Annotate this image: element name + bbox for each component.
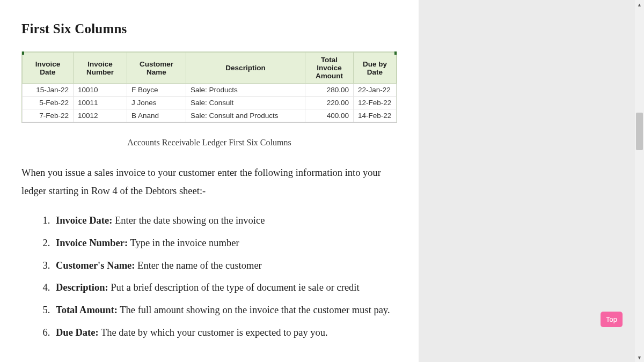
field-label: Customer's Name: xyxy=(56,260,135,271)
cell-due-date: 14-Feb-22 xyxy=(354,109,397,122)
intro-paragraph: When you issue a sales invoice to your c… xyxy=(21,164,397,200)
field-text: Enter the name of the customer xyxy=(135,260,261,271)
sidebar-area xyxy=(419,0,644,362)
cell-invoice-date: 7-Feb-22 xyxy=(23,109,74,122)
field-label: Due Date: xyxy=(56,327,99,338)
field-text: Enter the date showing on the invoice xyxy=(112,215,265,226)
cell-customer-name: F Boyce xyxy=(127,84,186,97)
th-invoice-date: Invoice Date xyxy=(23,53,74,84)
section-heading: First Six Columns xyxy=(21,21,397,36)
list-item: Invoice Number: Type in the invoice numb… xyxy=(53,235,397,251)
field-text: Put a brief description of the type of d… xyxy=(108,282,360,293)
cell-due-date: 12-Feb-22 xyxy=(354,97,397,109)
list-item: Due Date: The date by which your custome… xyxy=(53,325,397,341)
cell-invoice-number: 10012 xyxy=(74,109,127,122)
cell-description: Sale: Consult xyxy=(186,97,305,109)
cell-customer-name: B Anand xyxy=(127,109,186,122)
table-row: 7-Feb-22 10012 B Anand Sale: Consult and… xyxy=(23,109,397,122)
list-item: Description: Put a brief description of … xyxy=(53,280,397,295)
th-invoice-number: Invoice Number xyxy=(74,53,127,84)
cell-amount: 400.00 xyxy=(305,109,354,122)
table-row: 15-Jan-22 10010 F Boyce Sale: Products 2… xyxy=(23,84,397,97)
field-label: Total Amount: xyxy=(56,305,118,315)
ledger-table: Invoice Date Invoice Number Customer Nam… xyxy=(22,52,397,122)
scroll-down-arrow-icon[interactable]: ▼ xyxy=(635,353,644,362)
cell-description: Sale: Products xyxy=(186,84,305,97)
field-list: Invoice Date: Enter the date showing on … xyxy=(21,213,397,340)
cell-description: Sale: Consult and Products xyxy=(186,109,305,122)
cell-amount: 280.00 xyxy=(305,84,354,97)
list-item: Invoice Date: Enter the date showing on … xyxy=(53,213,397,228)
list-item: Customer's Name: Enter the name of the c… xyxy=(53,258,397,274)
field-label: Description: xyxy=(56,282,108,293)
th-customer-name: Customer Name xyxy=(127,53,186,84)
scroll-thumb[interactable] xyxy=(636,113,643,150)
cell-invoice-date: 15-Jan-22 xyxy=(23,84,74,97)
th-total-amount: Total Invoice Amount xyxy=(305,53,354,84)
field-label: Invoice Date: xyxy=(56,215,112,226)
table-row: 5-Feb-22 10011 J Jones Sale: Consult 220… xyxy=(23,97,397,109)
scroll-up-arrow-icon[interactable]: ▲ xyxy=(635,0,644,9)
th-description: Description xyxy=(186,53,305,84)
field-label: Invoice Number: xyxy=(56,238,128,248)
cell-invoice-number: 10010 xyxy=(74,84,127,97)
field-text: The full amount showing on the invoice t… xyxy=(118,305,390,315)
th-due-date: Due by Date xyxy=(354,53,397,84)
field-text: The date by which your customer is expec… xyxy=(99,327,328,338)
cell-customer-name: J Jones xyxy=(127,97,186,109)
list-item: Total Amount: The full amount showing on… xyxy=(53,302,397,318)
cell-invoice-number: 10011 xyxy=(74,97,127,109)
ledger-table-wrap: Invoice Date Invoice Number Customer Nam… xyxy=(21,51,397,123)
cell-invoice-date: 5-Feb-22 xyxy=(23,97,74,109)
vertical-scrollbar[interactable]: ▲ ▼ xyxy=(635,0,644,362)
table-header-row: Invoice Date Invoice Number Customer Nam… xyxy=(23,53,397,84)
cell-due-date: 22-Jan-22 xyxy=(354,84,397,97)
field-text: Type in the invoice number xyxy=(128,238,239,248)
cell-amount: 220.00 xyxy=(305,97,354,109)
table-caption: Accounts Receivable Ledger First Six Col… xyxy=(21,138,397,147)
article-content: First Six Columns Invoice Date Invoice N… xyxy=(0,0,419,362)
back-to-top-button[interactable]: Top xyxy=(601,312,623,327)
